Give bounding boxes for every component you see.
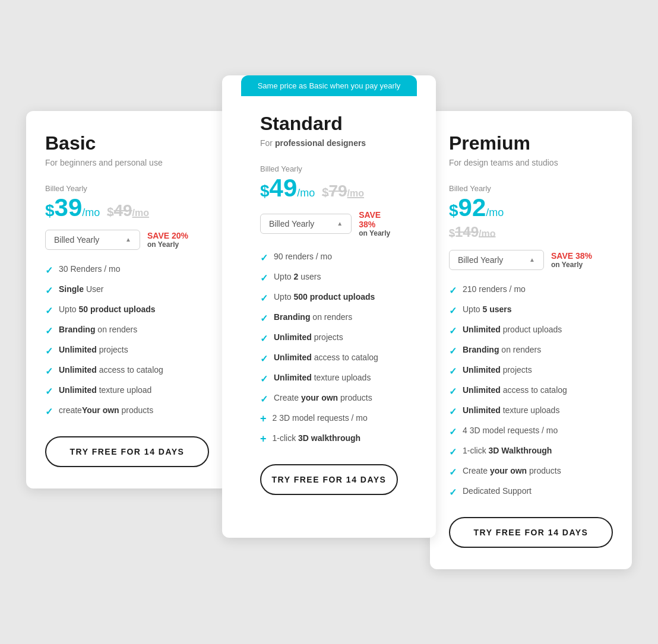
list-item: ✓Unlimited projects bbox=[45, 345, 209, 357]
standard-price-old: $79/mo bbox=[322, 182, 364, 201]
basic-billing-selector: Billed Yearly ▲ SAVE 20% on Yearly bbox=[45, 230, 209, 250]
pricing-container: Basic For beginners and personal use Bil… bbox=[26, 75, 632, 569]
basic-price-current: $39/mo bbox=[45, 195, 100, 220]
check-icon: ✓ bbox=[449, 345, 457, 357]
premium-price-old: $149/mo bbox=[449, 224, 496, 240]
basic-plan-subtitle: For beginners and personal use bbox=[45, 158, 209, 167]
list-item: ✓210 renders / mo bbox=[449, 284, 613, 296]
check-icon: ✓ bbox=[449, 426, 457, 437]
standard-save-suffix: on Yearly bbox=[359, 229, 390, 237]
standard-plan-name: Standard bbox=[260, 113, 398, 135]
check-icon: ✓ bbox=[260, 272, 268, 284]
standard-save-percent: SAVE 38% bbox=[359, 210, 381, 229]
check-icon: ✓ bbox=[45, 386, 53, 397]
list-item: ✓Single User bbox=[45, 284, 209, 296]
standard-selector-label: Billed Yearly bbox=[269, 219, 314, 229]
standard-save-badge: SAVE 38% on Yearly bbox=[359, 210, 398, 237]
list-item: ✓Unlimited access to catalog bbox=[45, 365, 209, 377]
list-item: ✓Branding on renders bbox=[449, 345, 613, 357]
check-icon: ✓ bbox=[45, 265, 53, 276]
check-icon: ✓ bbox=[45, 305, 53, 316]
check-icon: ✓ bbox=[449, 325, 457, 337]
chevron-down-icon: ▲ bbox=[337, 220, 343, 227]
check-icon: ✓ bbox=[449, 366, 457, 377]
chevron-down-icon: ▲ bbox=[529, 256, 535, 263]
basic-save-badge: SAVE 20% on Yearly bbox=[147, 231, 188, 249]
premium-save-suffix: on Yearly bbox=[551, 261, 583, 269]
list-item: ✓90 renders / mo bbox=[260, 252, 398, 264]
check-icon: ✓ bbox=[45, 406, 53, 417]
list-item: ✓1-click 3D Walkthrough bbox=[449, 446, 613, 458]
basic-card: Basic For beginners and personal use Bil… bbox=[26, 111, 228, 488]
list-item: ✓Branding on renders bbox=[45, 325, 209, 337]
check-icon: ✓ bbox=[45, 366, 53, 377]
standard-billed-label: Billed Yearly bbox=[260, 164, 398, 173]
standard-card-body: Standard For professional designers Bill… bbox=[241, 96, 417, 516]
check-icon: ✓ bbox=[260, 333, 268, 344]
check-icon: ✓ bbox=[449, 487, 457, 498]
list-item: ✓30 Renders / mo bbox=[45, 264, 209, 276]
standard-billing-selector: Billed Yearly ▲ SAVE 38% on Yearly bbox=[260, 210, 398, 237]
check-icon: ✓ bbox=[260, 252, 268, 264]
list-item: ✓Unlimited access to catalog bbox=[449, 385, 613, 397]
list-item: ✓Branding on renders bbox=[260, 312, 398, 324]
premium-billed-label: Billed Yearly bbox=[449, 184, 613, 193]
list-item: ✓Upto 50 product uploads bbox=[45, 304, 209, 316]
list-item: ✓Unlimited projects bbox=[260, 332, 398, 344]
list-item: ✓4 3D model requests / mo bbox=[449, 426, 613, 437]
list-item: +2 3D model requests / mo bbox=[260, 413, 398, 425]
premium-price-row: $92/mo bbox=[449, 195, 613, 220]
list-item: ✓Unlimited texture uploads bbox=[449, 405, 613, 417]
basic-features-list: ✓30 Renders / mo ✓Single User ✓Upto 50 p… bbox=[45, 264, 209, 417]
premium-card: Premium For design teams and studios Bil… bbox=[430, 111, 632, 569]
check-icon: ✓ bbox=[449, 386, 457, 397]
list-item: ✓Upto 2 users bbox=[260, 272, 398, 284]
basic-cta-button[interactable]: TRY FREE FOR 14 DAYS bbox=[45, 436, 209, 467]
check-icon: ✓ bbox=[449, 406, 457, 417]
basic-save-percent: SAVE 20% bbox=[147, 231, 188, 240]
premium-selector-label: Billed Yearly bbox=[458, 255, 503, 265]
check-icon: ✓ bbox=[260, 293, 268, 304]
premium-billing-selector: Billed Yearly ▲ SAVE 38% on Yearly bbox=[449, 250, 613, 270]
plus-icon: + bbox=[260, 413, 267, 425]
standard-features-list: ✓90 renders / mo ✓Upto 2 users ✓Upto 500… bbox=[260, 252, 398, 445]
check-icon: ✓ bbox=[45, 285, 53, 296]
premium-plan-name: Premium bbox=[449, 132, 613, 154]
list-item: ✓Upto 500 product uploads bbox=[260, 292, 398, 304]
list-item: ✓createYour own products bbox=[45, 405, 209, 417]
premium-plan-subtitle: For design teams and studios bbox=[449, 158, 613, 167]
list-item: ✓Unlimited projects bbox=[449, 365, 613, 377]
list-item: ✓Unlimited texture upload bbox=[45, 385, 209, 397]
premium-billing-dropdown[interactable]: Billed Yearly ▲ bbox=[449, 250, 544, 270]
check-icon: ✓ bbox=[45, 345, 53, 357]
basic-save-suffix: on Yearly bbox=[147, 240, 179, 249]
plus-icon: + bbox=[260, 433, 267, 445]
standard-cta-button[interactable]: TRY FREE FOR 14 DAYS bbox=[260, 464, 398, 495]
check-icon: ✓ bbox=[449, 446, 457, 458]
basic-price-old: $49/mo bbox=[107, 201, 149, 220]
list-item: +1-click 3D walkthrough bbox=[260, 433, 398, 445]
standard-billing-dropdown[interactable]: Billed Yearly ▲ bbox=[260, 214, 352, 234]
premium-features-list: ✓210 renders / mo ✓Upto 5 users ✓Unlimit… bbox=[449, 284, 613, 498]
check-icon: ✓ bbox=[45, 325, 53, 337]
standard-banner: Same price as Basic when you pay yearly bbox=[241, 75, 417, 96]
standard-card: Same price as Basic when you pay yearly … bbox=[222, 75, 436, 538]
standard-price-current: $49/mo bbox=[260, 176, 315, 201]
check-icon: ✓ bbox=[449, 285, 457, 296]
check-icon: ✓ bbox=[260, 353, 268, 364]
list-item: ✓Dedicated Support bbox=[449, 486, 613, 498]
check-icon: ✓ bbox=[260, 373, 268, 385]
chevron-down-icon: ▲ bbox=[125, 236, 131, 243]
basic-billing-dropdown[interactable]: Billed Yearly ▲ bbox=[45, 230, 140, 250]
list-item: ✓Unlimited product uploads bbox=[449, 325, 613, 337]
check-icon: ✓ bbox=[449, 467, 457, 478]
basic-price-row: $39/mo $49/mo bbox=[45, 195, 209, 220]
basic-selector-label: Billed Yearly bbox=[54, 235, 99, 245]
premium-save-percent: SAVE 38% bbox=[551, 251, 592, 261]
premium-save-badge: SAVE 38% on Yearly bbox=[551, 251, 592, 269]
list-item: ✓Unlimited texture uploads bbox=[260, 373, 398, 385]
standard-plan-subtitle: For professional designers bbox=[260, 138, 398, 148]
list-item: ✓Upto 5 users bbox=[449, 304, 613, 316]
standard-price-row: $49/mo $79/mo bbox=[260, 176, 398, 201]
premium-cta-button[interactable]: TRY FREE FOR 14 DAYS bbox=[449, 517, 613, 548]
